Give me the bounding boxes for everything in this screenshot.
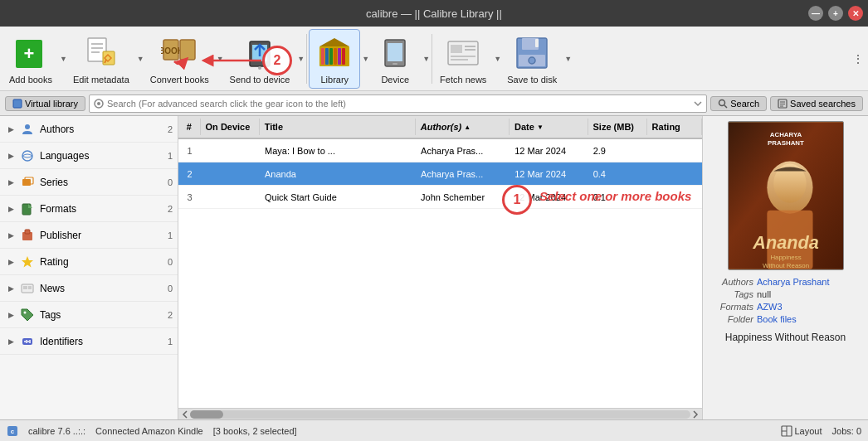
- scrollbar-track[interactable]: [190, 410, 690, 419]
- cell-authors: Acharya Pras...: [416, 144, 510, 158]
- toolbar-more-button[interactable]: ⋮: [851, 34, 865, 84]
- status-calibre-icon: c: [7, 425, 18, 437]
- sidebar-item-identifiers[interactable]: ▶ Identifiers 1: [0, 328, 178, 355]
- cell-num: 2: [178, 167, 201, 181]
- formats-expand: ▶: [8, 205, 18, 213]
- search-bar: Virtual library Search Saved searches: [0, 91, 868, 116]
- device-dropdown[interactable]: ▼: [422, 55, 430, 63]
- col-header-authors[interactable]: Author(s): [416, 119, 510, 135]
- languages-icon: [20, 148, 35, 163]
- fetch-news-button[interactable]: Fetch news: [434, 29, 492, 89]
- search-gear-icon[interactable]: [93, 98, 105, 109]
- meta-row-tags: Tags null: [708, 289, 863, 299]
- svg-rect-18: [329, 48, 333, 65]
- saved-searches-button[interactable]: Saved searches: [770, 96, 863, 111]
- fetch-news-group: Fetch news ▼: [434, 29, 501, 89]
- close-button[interactable]: ✕: [848, 6, 863, 21]
- col-header-date[interactable]: Date ▼: [510, 119, 588, 135]
- col-header-ondevice[interactable]: On Device: [201, 119, 260, 135]
- device-icon-area: [375, 33, 415, 73]
- title-text: calibre — || Calibre Library ||: [366, 7, 502, 20]
- sidebar-item-languages[interactable]: ▶ Languages 1: [0, 143, 178, 169]
- add-books-group: + Add books ▼: [3, 29, 67, 89]
- tags-icon: [20, 308, 35, 322]
- search-dropdown-icon[interactable]: [693, 99, 703, 109]
- save-to-disk-label: Save to disk: [507, 75, 557, 85]
- svg-line-41: [724, 105, 727, 108]
- sidebar-item-rating[interactable]: ▶ Rating 0: [0, 249, 178, 275]
- sidebar-item-publisher[interactable]: ▶ Publisher 1: [0, 222, 178, 249]
- languages-label: Languages: [40, 150, 161, 162]
- layout-icon: [781, 425, 792, 437]
- send-to-device-button[interactable]: Send to device: [224, 29, 296, 89]
- convert-books-button[interactable]: BOOK Convert books: [144, 29, 215, 89]
- send-to-device-label: Send to device: [230, 75, 290, 85]
- send-to-device-dropdown[interactable]: ▼: [297, 55, 305, 63]
- library-dropdown[interactable]: ▼: [362, 55, 369, 63]
- edit-metadata-dropdown[interactable]: ▼: [137, 55, 144, 63]
- add-books-dropdown[interactable]: ▼: [60, 55, 67, 63]
- fetch-news-dropdown[interactable]: ▼: [494, 55, 501, 63]
- add-books-button[interactable]: + Add books: [3, 29, 58, 89]
- formats-meta-value[interactable]: AZW3: [757, 302, 863, 312]
- status-book-count: [3 books, 2 selected]: [213, 426, 297, 436]
- save-to-disk-dropdown[interactable]: ▼: [564, 55, 572, 63]
- sidebar-item-authors[interactable]: ▶ Authors 2: [0, 116, 178, 143]
- svg-text:+: +: [24, 43, 35, 64]
- cell-date: 12 Mar 2024: [510, 191, 588, 204]
- edit-metadata-button[interactable]: Edit metadata: [67, 29, 135, 89]
- authors-count: 2: [161, 124, 173, 134]
- cell-date: 12 Mar 2024: [510, 167, 588, 181]
- save-to-disk-button[interactable]: Save to disk: [501, 29, 563, 89]
- news-icon: [20, 281, 35, 296]
- authors-meta-value[interactable]: Acharya Prashant: [757, 277, 863, 287]
- convert-books-label: Convert books: [150, 75, 209, 85]
- library-icon-area: [315, 33, 354, 73]
- sidebar-item-news[interactable]: ▶ News 0: [0, 275, 178, 302]
- col-header-size[interactable]: Size (MB): [588, 119, 647, 135]
- convert-books-dropdown[interactable]: ▼: [217, 55, 224, 63]
- publisher-label: Publisher: [40, 230, 161, 241]
- search-button[interactable]: Search: [710, 96, 767, 111]
- table-header: # On Device Title Author(s) Date ▼ Size …: [178, 116, 702, 139]
- convert-books-icon: BOOK: [161, 35, 197, 71]
- table-row[interactable]: 3 Quick Start Guide John Schember 12 Mar…: [178, 186, 702, 209]
- svg-text:PRASHANT: PRASHANT: [768, 139, 804, 147]
- news-count: 0: [161, 284, 173, 293]
- scroll-left-icon[interactable]: [180, 410, 190, 419]
- sidebar-item-formats[interactable]: ▶ Formats 2: [0, 196, 178, 222]
- col-header-title[interactable]: Title: [260, 119, 416, 135]
- minimize-button[interactable]: —: [808, 6, 823, 21]
- svg-rect-37: [13, 99, 22, 108]
- horizontal-scrollbar[interactable]: [178, 408, 702, 419]
- add-books-label: Add books: [9, 75, 52, 85]
- rating-icon: [20, 254, 35, 269]
- layout-button[interactable]: Layout: [781, 425, 822, 437]
- authors-meta-label: Authors: [708, 277, 753, 287]
- col-header-rating[interactable]: Rating: [647, 119, 702, 135]
- svg-rect-55: [23, 286, 27, 289]
- formats-label: Formats: [40, 203, 161, 215]
- table-row[interactable]: 1 Maya: I Bow to ... Acharya Pras... 12 …: [178, 139, 702, 162]
- table-row[interactable]: 2 Ananda Acharya Pras... 12 Mar 2024 0.4: [178, 162, 702, 186]
- identifiers-expand: ▶: [8, 337, 18, 346]
- library-button[interactable]: Library: [309, 29, 360, 89]
- tags-count: 2: [161, 310, 173, 320]
- svg-rect-34: [535, 39, 539, 47]
- identifiers-count: 1: [161, 337, 173, 346]
- sidebar-item-series[interactable]: ▶ Series 0: [0, 169, 178, 196]
- news-expand: ▶: [8, 284, 18, 293]
- sidebar-item-tags[interactable]: ▶ Tags 2: [0, 302, 178, 328]
- virtual-library-button[interactable]: Virtual library: [5, 96, 85, 111]
- svg-point-47: [22, 151, 32, 161]
- folder-meta-value[interactable]: Book files: [757, 314, 863, 324]
- scroll-right-icon[interactable]: [690, 410, 700, 419]
- book-rows-container: 1 Maya: I Bow to ... Acharya Pras... 12 …: [178, 139, 702, 209]
- search-input[interactable]: [107, 99, 693, 109]
- cell-size: 0.4: [588, 167, 647, 181]
- svg-point-58: [24, 311, 27, 313]
- authors-icon: [20, 122, 35, 137]
- scrollbar-thumb[interactable]: [190, 410, 223, 419]
- maximize-button[interactable]: +: [828, 6, 843, 21]
- device-button[interactable]: Device: [369, 29, 421, 89]
